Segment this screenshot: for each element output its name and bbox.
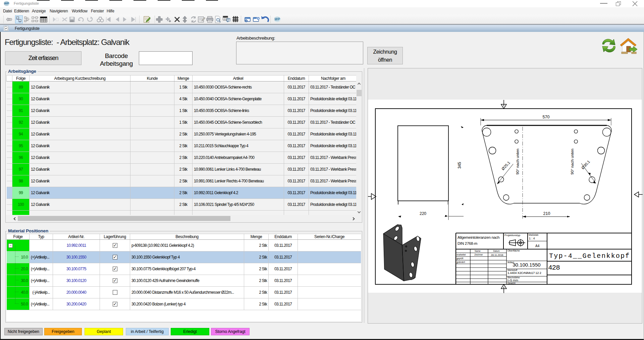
- svg-text:Oberfläche: Oberfläche: [507, 249, 520, 252]
- svg-text:428: 428: [548, 264, 560, 272]
- svg-text:570: 570: [543, 115, 550, 119]
- svg-text:DIN 2768-m: DIN 2768-m: [458, 241, 477, 245]
- svg-text:geprüft: geprüft: [457, 257, 463, 260]
- svg-text:Name: Name: [475, 250, 481, 252]
- svg-text:geändert: geändert: [457, 261, 465, 264]
- svg-text:30.100.1550: 30.100.1550: [513, 262, 540, 268]
- svg-text:Gewicht: Gewicht: [507, 282, 516, 284]
- svg-text:28.11.2016: 28.11.2016: [491, 253, 503, 257]
- svg-text:t=5 mm: t=5 mm: [507, 278, 518, 282]
- svg-text:Zeichner: Zeichner: [474, 253, 483, 256]
- svg-text:345: 345: [457, 162, 462, 169]
- svg-text:Typ-4__Gelenkkopf: Typ-4__Gelenkkopf: [549, 252, 630, 260]
- svg-text:1.4404 X2CrNiMo17 12 2: 1.4404 X2CrNiMo17 12 2: [507, 271, 541, 275]
- svg-text:210: 210: [543, 211, 550, 216]
- svg-text:A4: A4: [535, 244, 540, 248]
- svg-text:220: 220: [420, 211, 426, 216]
- svg-text:Datum: Datum: [493, 250, 499, 252]
- svg-text:90° nach unten: 90° nach unten: [516, 149, 520, 175]
- svg-text:Projektionstyp: Projektionstyp: [504, 234, 520, 237]
- svg-text:Maßstab: Maßstab: [529, 233, 538, 236]
- svg-text:90° nach unten: 90° nach unten: [570, 149, 574, 175]
- svg-text:1 : 4: 1 : 4: [529, 237, 535, 240]
- svg-text:erarbeitet: erarbeitet: [457, 253, 466, 256]
- svg-text:Allgemeintoleranzen nach: Allgemeintoleranzen nach: [458, 235, 499, 239]
